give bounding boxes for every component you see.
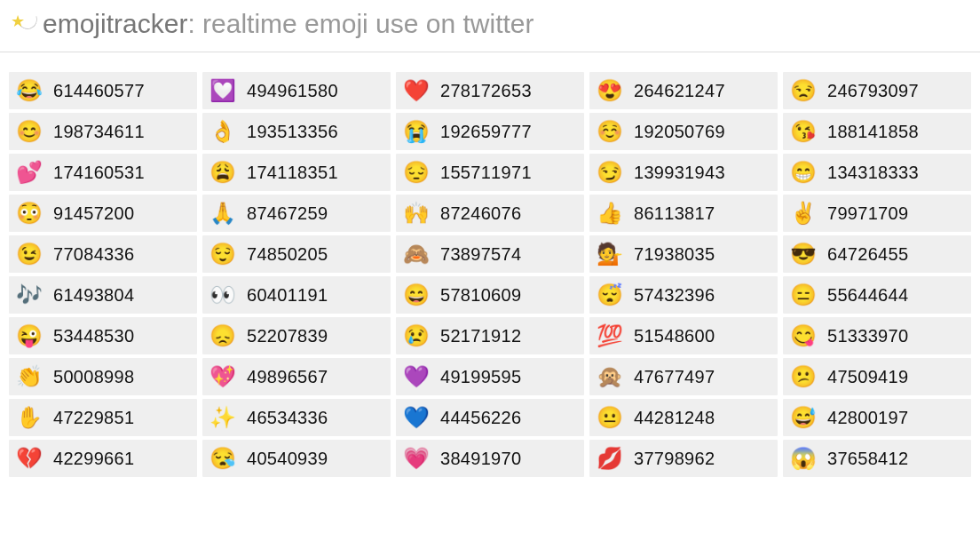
red-heart-icon: ❤️ bbox=[403, 80, 428, 101]
face-savoring-icon: 😋 bbox=[790, 325, 815, 346]
emoji-count: 47509419 bbox=[827, 367, 908, 387]
emoji-count: 47677497 bbox=[634, 367, 715, 387]
emoji-cell-grinning-squinting[interactable]: 😁134318333 bbox=[783, 154, 971, 191]
emoji-cell-face-with-tears-of-joy[interactable]: 😂614460577 bbox=[9, 72, 197, 109]
emoji-cell-loudly-crying-face[interactable]: 😭192659777 bbox=[396, 113, 584, 150]
emoji-cell-sunglasses-face[interactable]: 😎64726455 bbox=[783, 235, 971, 273]
sparkling-heart-icon: 💖 bbox=[209, 366, 234, 387]
emoji-cell-sparkling-heart[interactable]: 💖49896567 bbox=[202, 358, 391, 395]
emoji-count: 192050769 bbox=[634, 122, 725, 142]
emoji-count: 49896567 bbox=[247, 367, 328, 387]
emoji-cell-eyes[interactable]: 👀60401191 bbox=[202, 276, 391, 314]
emoji-cell-musical-notes[interactable]: 🎶61493804 bbox=[9, 276, 197, 314]
emoji-count: 74850205 bbox=[247, 244, 328, 265]
emoji-cell-winking-face[interactable]: 😉77084336 bbox=[9, 235, 197, 273]
raised-hand-icon: ✋ bbox=[16, 407, 41, 428]
emoji-cell-pensive-face[interactable]: 😔155711971 bbox=[396, 154, 584, 191]
emoji-cell-two-hearts[interactable]: 💕174160531 bbox=[9, 154, 197, 191]
emoji-cell-grinning-sweat[interactable]: 😅42800197 bbox=[783, 399, 971, 436]
emoji-cell-smiling-face-blush[interactable]: 😊198734611 bbox=[9, 113, 197, 150]
emoji-count: 42800197 bbox=[827, 408, 908, 428]
emoji-cell-expressionless-face[interactable]: 😑55644644 bbox=[783, 276, 971, 314]
crying-face-icon: 😢 bbox=[403, 325, 428, 346]
emoji-cell-purple-heart[interactable]: 💜49199595 bbox=[396, 358, 584, 395]
winking-face-icon: 😉 bbox=[16, 243, 41, 265]
blue-heart-icon: 💙 bbox=[403, 407, 428, 428]
emoji-count: 77084336 bbox=[53, 244, 134, 265]
emoji-cell-victory-hand[interactable]: ✌️79971709 bbox=[783, 195, 971, 232]
emoji-count: 44456226 bbox=[440, 408, 521, 428]
emoji-cell-red-heart[interactable]: ❤️278172653 bbox=[396, 72, 584, 109]
emoji-cell-sleeping-face[interactable]: 😴57432396 bbox=[589, 276, 778, 314]
emoji-cell-relieved-face[interactable]: 😌74850205 bbox=[202, 235, 391, 273]
emoji-cell-crying-face[interactable]: 😢52171912 bbox=[396, 317, 584, 354]
emoji-cell-face-blowing-kiss[interactable]: 😘188141858 bbox=[783, 113, 971, 150]
emoji-count: 494961580 bbox=[247, 81, 338, 101]
emoji-cell-raised-hand[interactable]: ✋47229851 bbox=[9, 399, 197, 436]
emoji-cell-kiss-mark[interactable]: 💋37798962 bbox=[589, 440, 778, 477]
emoji-count: 51333970 bbox=[827, 326, 908, 346]
emoji-count: 57810609 bbox=[440, 285, 521, 306]
emoji-count: 193513356 bbox=[247, 122, 338, 142]
emoji-cell-raising-hands[interactable]: 🙌87246076 bbox=[396, 195, 584, 232]
broken-heart-icon: 💔 bbox=[16, 448, 41, 469]
emoji-cell-thumbs-up[interactable]: 👍86113817 bbox=[589, 195, 778, 232]
emoji-count: 174160531 bbox=[53, 163, 145, 183]
emoji-count: 73897574 bbox=[440, 244, 521, 265]
emoji-cell-grinning-smiling-eyes[interactable]: 😄57810609 bbox=[396, 276, 584, 314]
emoji-count: 246793097 bbox=[827, 81, 919, 101]
emoji-cell-face-savoring[interactable]: 😋51333970 bbox=[783, 317, 971, 354]
emoji-count: 53448530 bbox=[53, 326, 134, 346]
weary-face-icon: 😩 bbox=[209, 162, 234, 183]
emoji-count: 174118351 bbox=[247, 163, 338, 183]
emoji-count: 37658412 bbox=[827, 449, 908, 469]
emoji-cell-smiling-face[interactable]: ☺️192050769 bbox=[589, 113, 778, 150]
winking-tongue-icon: 😜 bbox=[16, 325, 41, 346]
emoji-cell-screaming-face[interactable]: 😱37658412 bbox=[783, 440, 971, 477]
emoji-cell-weary-face[interactable]: 😩174118351 bbox=[202, 154, 391, 191]
emoji-cell-heart-decoration[interactable]: 💟494961580 bbox=[202, 72, 391, 109]
loudly-crying-face-icon: 😭 bbox=[403, 121, 428, 142]
emoji-cell-sleepy-face[interactable]: 😪40540939 bbox=[202, 440, 391, 477]
smirking-face-icon: 😏 bbox=[597, 162, 621, 183]
speak-no-evil-monkey-icon: 🙊 bbox=[597, 366, 621, 387]
emoji-cell-speak-no-evil-monkey[interactable]: 🙊47677497 bbox=[589, 358, 778, 395]
emoji-cell-ok-hand[interactable]: 👌193513356 bbox=[202, 113, 391, 150]
emoji-cell-smirking-face[interactable]: 😏139931943 bbox=[589, 154, 778, 191]
emoji-grid: 😂614460577💟494961580❤️278172653😍26462124… bbox=[0, 52, 980, 477]
emoji-cell-folded-hands[interactable]: 🙏87467259 bbox=[202, 195, 391, 232]
emoji-count: 614460577 bbox=[53, 81, 145, 101]
thumbs-up-icon: 👍 bbox=[597, 203, 621, 224]
emoji-count: 79971709 bbox=[827, 203, 908, 224]
emoji-cell-person-tipping-hand[interactable]: 💁71938035 bbox=[589, 235, 778, 273]
grinning-sweat-icon: 😅 bbox=[790, 407, 815, 428]
emoji-count: 71938035 bbox=[634, 244, 715, 265]
emoji-count: 188141858 bbox=[827, 122, 919, 142]
emoji-cell-confused-face[interactable]: 😕47509419 bbox=[783, 358, 971, 395]
emoji-cell-sparkles[interactable]: ✨46534336 bbox=[202, 399, 391, 436]
emoji-count: 44281248 bbox=[634, 408, 715, 428]
emoji-cell-broken-heart[interactable]: 💔42299661 bbox=[9, 440, 197, 477]
emoji-cell-winking-tongue[interactable]: 😜53448530 bbox=[9, 317, 197, 354]
sunglasses-face-icon: 😎 bbox=[790, 243, 815, 265]
emoji-cell-blue-heart[interactable]: 💙44456226 bbox=[396, 399, 584, 436]
emoji-cell-growing-heart[interactable]: 💗38491970 bbox=[396, 440, 584, 477]
emoji-count: 264621247 bbox=[634, 81, 725, 101]
emoji-cell-disappointed-face[interactable]: 😞52207839 bbox=[202, 317, 391, 354]
emoji-count: 52207839 bbox=[247, 326, 328, 346]
emoji-count: 49199595 bbox=[440, 367, 521, 387]
emoji-cell-unamused-face[interactable]: 😒246793097 bbox=[783, 72, 971, 109]
clapping-hands-icon: 👏 bbox=[16, 366, 41, 387]
emoji-count: 40540939 bbox=[247, 449, 328, 469]
emoji-cell-see-no-evil-monkey[interactable]: 🙈73897574 bbox=[396, 235, 584, 273]
face-blowing-kiss-icon: 😘 bbox=[790, 121, 815, 142]
emoji-count: 64726455 bbox=[827, 244, 908, 265]
emoji-cell-clapping-hands[interactable]: 👏50008998 bbox=[9, 358, 197, 395]
emoji-cell-flushed-face[interactable]: 😳91457200 bbox=[9, 195, 197, 232]
emoji-cell-heart-eyes[interactable]: 😍264621247 bbox=[589, 72, 778, 109]
face-with-tears-of-joy-icon: 😂 bbox=[16, 80, 41, 101]
hundred-points-icon: 💯 bbox=[597, 325, 621, 346]
emoji-cell-neutral-face[interactable]: 😐44281248 bbox=[589, 399, 778, 436]
emoji-cell-hundred-points[interactable]: 💯51548600 bbox=[589, 317, 778, 354]
expressionless-face-icon: 😑 bbox=[790, 284, 815, 306]
